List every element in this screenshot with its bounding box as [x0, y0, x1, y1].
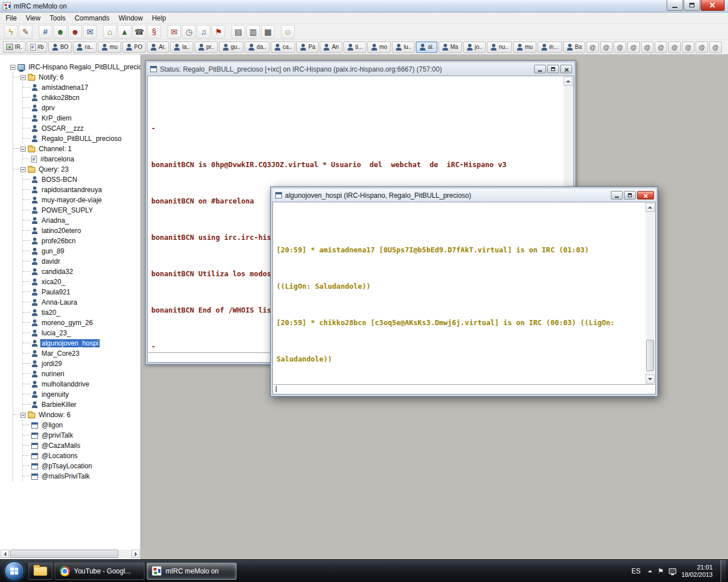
options-icon[interactable]: ✎ [19, 25, 32, 39]
menu-item[interactable]: Help [147, 13, 171, 23]
switchbar-button[interactable]: mu [98, 41, 121, 53]
switchbar-button[interactable]: #b [27, 41, 47, 53]
switchbar-button[interactable]: la.. [170, 41, 193, 53]
tree-item-row[interactable]: OSCAR__zzz [23, 123, 140, 134]
tree-item-row[interactable]: muy-mayor-de-viaje [23, 195, 140, 205]
switchbar-button[interactable]: jo.. [463, 41, 486, 53]
tree-item-row[interactable]: davidr [23, 256, 140, 267]
hidden-icons-chevron-icon[interactable] [648, 570, 652, 572]
switchbar-window-button[interactable]: @ [668, 41, 681, 53]
scroll-up-arrow[interactable] [646, 203, 655, 212]
maximize-button[interactable] [624, 191, 636, 199]
switchbar-button[interactable]: ti... [344, 41, 366, 53]
switchbar-button[interactable]: Ma [439, 41, 462, 53]
away-icon[interactable]: ☺ [281, 25, 295, 39]
scroll-right-arrow[interactable] [131, 550, 140, 558]
switchbar-window-button[interactable]: @ [627, 41, 640, 53]
tree-root[interactable]: IRC-Hispano Regalo_PitBULL_precioso [10, 62, 140, 72]
tree-item-row[interactable]: dprv [23, 103, 140, 113]
scrollbar-thumb[interactable] [646, 340, 654, 371]
scrollbar-thumb[interactable] [10, 550, 118, 558]
task-button[interactable]: mIRC meMolo on [147, 563, 237, 580]
scripts-editor-icon[interactable]: § [147, 25, 161, 39]
switchbar-button[interactable]: mu [513, 41, 536, 53]
minimize-button[interactable] [611, 191, 623, 199]
switchbar-button[interactable]: Ar. [147, 41, 169, 53]
switchbar-button[interactable]: ra.. [73, 41, 96, 53]
status-window-titlebar[interactable]: Status: Regalo_PitBULL_precioso [+ixc] o… [147, 63, 574, 76]
tree-item-row[interactable]: candida32 [23, 267, 140, 277]
tree-item-row[interactable]: lucia_23_ [23, 328, 140, 338]
tree-item-row[interactable]: rapidosantandreuya [23, 185, 140, 195]
switchbar-button[interactable]: Pa [296, 41, 318, 53]
connect-icon[interactable]: ϟ [4, 25, 18, 39]
tree-item-row[interactable]: nurineri [23, 369, 140, 379]
tree-item-row[interactable]: gun_89 [23, 246, 140, 256]
tree-item-row[interactable]: xica20_ [23, 277, 140, 287]
switchbar-button[interactable]: ca.. [271, 41, 295, 53]
explorer-task-button[interactable] [28, 563, 52, 580]
tree-item-row[interactable]: KrP_diem [23, 113, 140, 123]
dcc-send-icon[interactable]: ▲ [118, 25, 131, 39]
switchbar-window-button[interactable]: @ [641, 41, 653, 53]
tree-item-row[interactable]: latino20etero [23, 226, 140, 236]
tree-folder-row[interactable]: Channel: 1 [13, 144, 140, 154]
tree-item-row[interactable]: profe26bcn [23, 236, 140, 246]
language-indicator[interactable]: ES [629, 566, 643, 576]
tree-folder-row[interactable]: Query: 23 [13, 164, 140, 174]
switchbar-window-button[interactable]: @ [600, 41, 613, 53]
minimize-button[interactable] [667, 0, 683, 11]
scrollbar-track[interactable] [646, 212, 655, 375]
clock[interactable]: 21:01 18/02/2013 [681, 564, 713, 579]
minimize-button[interactable] [534, 65, 546, 73]
tree-item-row[interactable]: BOSS-BCN [23, 174, 140, 185]
timer-icon[interactable]: ◷ [182, 25, 196, 39]
start-button[interactable] [5, 562, 24, 581]
switchbar-button[interactable]: Ba [563, 41, 585, 53]
tile-vertical-icon[interactable]: ▥ [246, 25, 260, 39]
tile-horizontal-icon[interactable]: ▦ [261, 25, 275, 39]
tree-item-row[interactable]: @CazaMails [23, 440, 140, 451]
tree-item-row[interactable]: @priviTalk [23, 430, 140, 440]
scroll-left-arrow[interactable] [1, 550, 9, 558]
switchbar-window-button[interactable]: @ [586, 41, 599, 53]
tree-item-row[interactable]: @ligon [23, 420, 140, 430]
menu-item[interactable]: View [21, 13, 45, 23]
collapse-icon[interactable] [20, 147, 26, 152]
scrollbar-track[interactable] [9, 550, 131, 558]
menu-item[interactable]: File [1, 13, 21, 23]
tree-item-row[interactable]: Regalo_PitBULL_precioso [23, 134, 140, 144]
tree-folder-row[interactable]: Window: 6 [13, 410, 140, 420]
switchbar-window-button[interactable]: @ [709, 41, 722, 53]
close-button[interactable] [701, 0, 725, 11]
notify-list-icon[interactable]: ☻ [68, 25, 82, 39]
menu-item[interactable]: Window [114, 13, 148, 23]
tree-item-row[interactable]: algunojoven_hospi [23, 338, 140, 348]
show-desktop-button[interactable] [721, 560, 726, 582]
menu-item[interactable]: Tools [45, 13, 70, 23]
scroll-up-arrow[interactable] [564, 77, 573, 86]
switchbar-button[interactable]: pr.. [195, 41, 218, 53]
switchbar-window-button[interactable]: @ [682, 41, 694, 53]
tree-item-row[interactable]: jordi29 [23, 359, 140, 369]
collapse-icon[interactable] [20, 413, 26, 418]
collapse-icon[interactable] [10, 65, 15, 70]
tree-item-row[interactable]: @pTsayLocation [23, 461, 140, 471]
tree-item-row[interactable]: POWER_SUPLY [23, 205, 140, 215]
tree-folder-row[interactable]: Notify: 6 [13, 72, 140, 82]
network-icon[interactable] [669, 568, 676, 574]
channels-list-icon[interactable]: # [39, 25, 52, 39]
action-center-flag-icon[interactable]: ⚑ [657, 567, 664, 575]
tree-item-row[interactable]: @Locations [23, 451, 140, 461]
collapse-icon[interactable] [20, 75, 26, 80]
tree-item-row[interactable]: mulhollanddrive [23, 379, 140, 389]
switchbar-button[interactable]: IR. [3, 41, 26, 53]
switchbar-button[interactable]: nu.. [487, 41, 512, 53]
switchbar-window-button[interactable]: @ [696, 41, 708, 53]
switchbar-button[interactable]: da.. [245, 41, 270, 53]
switchbar-window-button[interactable]: @ [614, 41, 626, 53]
tree-item-row[interactable]: amistadnena17 [23, 82, 140, 93]
collapse-icon[interactable] [20, 167, 26, 172]
tree-item-row[interactable]: BarbieKiller [23, 400, 140, 410]
close-button[interactable] [560, 65, 572, 73]
